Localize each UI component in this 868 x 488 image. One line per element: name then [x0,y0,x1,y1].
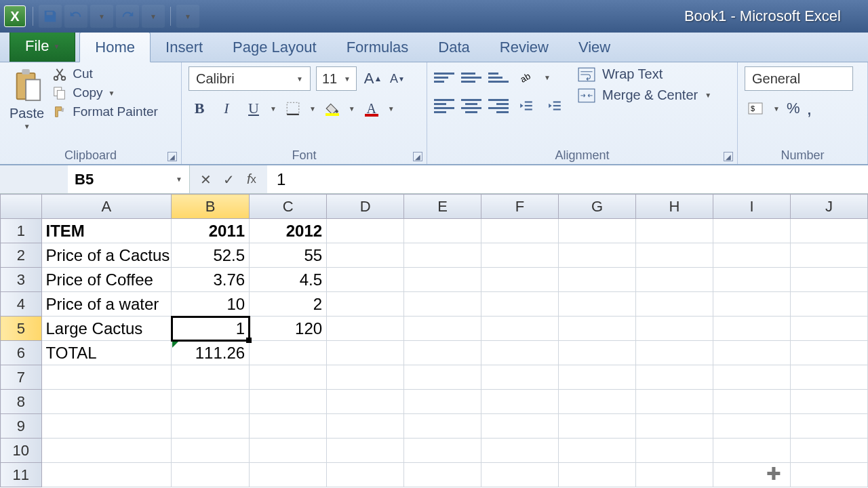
undo-dropdown-icon[interactable]: ▼ [90,5,113,28]
increase-font-icon[interactable]: A▲ [362,68,384,89]
cell-H3[interactable] [635,268,713,292]
cell-A6[interactable]: TOTAL [41,341,172,365]
orientation-icon[interactable]: ab [515,66,537,88]
cell-E4[interactable] [404,292,481,317]
format-painter-button[interactable]: Format Painter [52,104,158,119]
tab-insert[interactable]: Insert [151,33,218,62]
cell-C8[interactable] [250,390,327,414]
tab-view[interactable]: View [564,33,625,62]
column-header-G[interactable]: G [559,195,636,219]
cell-B6[interactable]: 111.26 [172,341,250,365]
align-middle-icon[interactable] [461,70,481,85]
cell-C11[interactable] [250,463,327,487]
cell-B1[interactable]: 2011 [172,219,250,243]
cell-H2[interactable] [635,243,713,268]
row-header-6[interactable]: 6 [1,341,42,365]
row-header-4[interactable]: 4 [1,292,42,317]
excel-app-icon[interactable]: X [4,5,26,27]
cell-I7[interactable] [713,365,790,390]
cell-G4[interactable] [559,292,636,317]
row-header-3[interactable]: 3 [1,268,42,292]
row-header-1[interactable]: 1 [1,219,42,243]
cell-E1[interactable] [404,219,481,243]
cell-F8[interactable] [481,390,559,414]
font-name-select[interactable]: Calibri ▼ [189,66,311,91]
cell-G5[interactable] [559,317,636,341]
decrease-indent-icon[interactable] [515,95,537,117]
cell-I5[interactable] [713,317,790,341]
tab-data[interactable]: Data [423,33,484,62]
cell-E5[interactable] [404,317,481,341]
column-header-A[interactable]: A [41,195,172,219]
cell-D4[interactable] [327,292,404,317]
cell-A2[interactable]: Price of a Cactus [41,243,172,268]
cell-H8[interactable] [635,390,713,414]
column-header-D[interactable]: D [327,195,404,219]
number-format-select[interactable]: General [745,66,853,91]
cell-G9[interactable] [559,414,636,439]
column-header-C[interactable]: C [250,195,327,219]
cell-C6[interactable] [250,341,327,365]
cell-G1[interactable] [559,219,636,243]
cell-C5[interactable]: 120 [250,317,327,341]
redo-icon[interactable] [116,5,139,28]
wrap-text-button[interactable]: Wrap Text [578,66,711,82]
cell-A3[interactable]: Price of Coffee [41,268,172,292]
cell-G10[interactable] [559,439,636,463]
cell-C4[interactable]: 2 [250,292,327,317]
chevron-down-icon[interactable]: ▼ [544,74,551,81]
column-header-F[interactable]: F [481,195,559,219]
chevron-down-icon[interactable]: ▼ [773,105,780,113]
cell-E2[interactable] [404,243,481,268]
column-header-E[interactable]: E [404,195,481,219]
font-color-button[interactable]: A [361,98,382,119]
decrease-font-icon[interactable]: A▼ [387,68,408,89]
column-header-B[interactable]: B [172,195,250,219]
row-header-2[interactable]: 2 [1,243,42,268]
cell-I6[interactable] [713,341,790,365]
cell-D3[interactable] [327,268,404,292]
tab-formulas[interactable]: Formulas [332,33,424,62]
cell-H1[interactable] [635,219,713,243]
file-tab[interactable]: File ▼ [9,30,75,62]
cell-B7[interactable] [172,365,250,390]
cell-J7[interactable] [790,365,867,390]
cell-I4[interactable] [713,292,790,317]
cell-B8[interactable] [172,390,250,414]
cell-C10[interactable] [250,439,327,463]
spreadsheet-grid[interactable]: ABCDEFGHIJ1ITEM201120122Price of a Cactu… [0,194,868,487]
cell-A4[interactable]: Price of a water [41,292,172,317]
cell-B4[interactable]: 10 [172,292,250,317]
row-header-5[interactable]: 5 [1,317,42,341]
row-header-10[interactable]: 10 [1,439,42,463]
cell-H9[interactable] [635,414,713,439]
cell-B3[interactable]: 3.76 [172,268,250,292]
row-header-8[interactable]: 8 [1,390,42,414]
cell-J9[interactable] [790,414,867,439]
border-button[interactable] [282,98,304,119]
cell-C1[interactable]: 2012 [250,219,327,243]
chevron-down-icon[interactable]: ▼ [388,105,395,113]
align-right-icon[interactable] [488,98,509,113]
cell-J6[interactable] [790,341,867,365]
cell-G2[interactable] [559,243,636,268]
comma-format-icon[interactable]: , [806,98,812,119]
chevron-down-icon[interactable]: ▼ [309,105,316,113]
italic-button[interactable]: I [216,98,237,119]
cell-F6[interactable] [481,341,559,365]
cell-B5[interactable]: 1 [172,317,250,341]
redo-dropdown-icon[interactable]: ▼ [142,5,165,28]
row-header-11[interactable]: 11 [1,463,42,487]
cell-C7[interactable] [250,365,327,390]
cell-I9[interactable] [713,414,790,439]
cell-B2[interactable]: 52.5 [172,243,250,268]
error-indicator-icon[interactable] [172,342,178,348]
confirm-edit-icon[interactable]: ✓ [218,169,239,190]
cell-D8[interactable] [327,390,404,414]
cell-H10[interactable] [635,439,713,463]
cell-G7[interactable] [559,365,636,390]
cell-F10[interactable] [481,439,559,463]
cell-J2[interactable] [790,243,867,268]
dialog-launcher-icon[interactable]: ◢ [167,152,177,161]
save-icon[interactable] [39,5,62,28]
